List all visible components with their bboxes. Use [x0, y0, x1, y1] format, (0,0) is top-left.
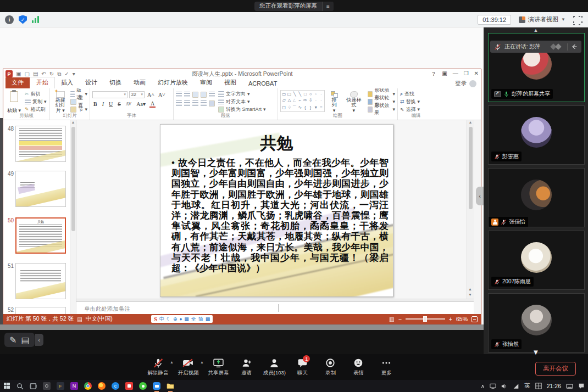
tray-network-icon[interactable]: [513, 383, 519, 389]
paste-button[interactable]: 粘贴 ▾: [5, 90, 23, 114]
char-spacing-button[interactable]: AV: [125, 102, 133, 107]
find-button[interactable]: ⌕查找: [400, 90, 432, 98]
tray-volume-icon[interactable]: [501, 383, 508, 389]
close-icon[interactable]: ✕: [474, 70, 479, 78]
font-size-select[interactable]: 32▾: [129, 91, 145, 98]
scroll-down-icon[interactable]: ▼: [484, 348, 588, 356]
ime-cn-icon[interactable]: 中: [159, 316, 164, 323]
participant-tile[interactable]: 张怡然: [488, 293, 585, 352]
participant-tile[interactable]: 张佳怡: [488, 168, 585, 227]
tab-review[interactable]: 审阅: [194, 77, 218, 88]
align-right-button[interactable]: [192, 100, 198, 107]
ime-mic-icon[interactable]: ♦: [180, 316, 182, 322]
sign-in[interactable]: 登录: [455, 80, 476, 87]
grow-font-button[interactable]: A˄: [146, 92, 156, 98]
increase-indent-button[interactable]: [201, 92, 207, 98]
font-name-select[interactable]: ▾: [92, 91, 127, 98]
language-status[interactable]: 中文(中国): [86, 315, 113, 323]
thumbnail-49[interactable]: 49: [5, 171, 70, 207]
more-button[interactable]: 更多: [373, 356, 401, 377]
ime-keyboard-icon[interactable]: ▦: [184, 316, 189, 322]
fullscreen-icon[interactable]: [573, 16, 580, 23]
banner-menu-icon[interactable]: ≡: [322, 2, 334, 11]
ime-toolbar[interactable]: S 中 ☾ ⊕ ♦ ▦ 全 简 ▩: [151, 315, 213, 323]
ime-emoji-icon[interactable]: ⊕: [173, 316, 177, 322]
view-mode-dropdown[interactable]: 演讲者视图 ▼: [519, 15, 565, 24]
back-arrow-icon[interactable]: [571, 43, 578, 50]
touch-keyboard-icon[interactable]: [566, 383, 573, 389]
tray-display-icon[interactable]: [490, 383, 496, 389]
smartart-button[interactable]: 转换为 SmartArt ▾: [218, 105, 266, 113]
help-icon[interactable]: ？: [431, 70, 436, 78]
arrange-button[interactable]: 排列▾: [328, 90, 340, 114]
search-icon[interactable]: [16, 383, 24, 390]
tab-slideshow[interactable]: 幻灯片放映: [152, 77, 194, 88]
tab-acrobat[interactable]: ACROBAT: [242, 79, 283, 88]
editor-scrollbar[interactable]: ▲: [467, 120, 474, 299]
format-painter-button[interactable]: ✎格式刷: [25, 105, 47, 113]
sidebar-collapse-tab[interactable]: ‹: [476, 187, 484, 205]
columns-button[interactable]: [209, 100, 215, 107]
notes-status-icon[interactable]: ▤: [77, 316, 82, 322]
share-screen-button[interactable]: 共享屏幕: [204, 356, 232, 377]
align-center-button[interactable]: [184, 100, 190, 107]
chat-button[interactable]: 1 聊天: [289, 356, 317, 377]
bullets-button[interactable]: [176, 92, 182, 98]
thumbnail-52[interactable]: 52: [5, 307, 70, 315]
shield-icon[interactable]: ✓: [19, 15, 27, 24]
taskbar-app-onenote-icon[interactable]: N: [70, 382, 78, 390]
tray-language[interactable]: 英: [524, 382, 530, 390]
tab-view[interactable]: 视图: [218, 77, 242, 88]
tab-animations[interactable]: 动画: [127, 77, 152, 88]
taskbar-app-lock-icon[interactable]: [43, 382, 51, 390]
start-video-button[interactable]: 开启视频: [174, 356, 202, 377]
thumbnail-scrollbar[interactable]: ▲: [70, 120, 76, 315]
zoom-slider-handle[interactable]: [423, 316, 427, 322]
underline-button[interactable]: U: [108, 101, 114, 107]
fit-to-window-icon[interactable]: [471, 316, 478, 322]
reading-view-icon[interactable]: ▥: [389, 316, 395, 322]
ime-moon-icon[interactable]: ☾: [167, 316, 171, 322]
taskbar-app-dark-icon[interactable]: F: [57, 382, 64, 390]
participant-tile[interactable]: 彭雯惠: [488, 105, 585, 165]
slide-nav-buttons[interactable]: ▲▼: [467, 287, 474, 298]
tab-design[interactable]: 设计: [79, 77, 103, 88]
thumbnail-51[interactable]: 51: [5, 263, 70, 299]
section-button[interactable]: 节 ▾: [70, 105, 87, 113]
ime-skin-icon[interactable]: ▩: [206, 316, 210, 322]
change-case-button[interactable]: Aa▾: [135, 101, 147, 107]
ribbon-options-icon[interactable]: ▣: [442, 70, 447, 78]
zoom-slider[interactable]: [406, 318, 445, 320]
leave-meeting-button[interactable]: 离开会议: [535, 362, 576, 376]
scroll-up-icon[interactable]: ▲: [484, 27, 588, 33]
tab-transitions[interactable]: 切换: [103, 77, 127, 88]
pen-icon[interactable]: ✎: [9, 335, 16, 345]
numbering-button[interactable]: [184, 92, 190, 98]
copy-button[interactable]: 复制 ▾: [25, 98, 47, 105]
tab-file[interactable]: 文件: [5, 77, 30, 88]
taskbar-app-chrome-icon[interactable]: [84, 382, 92, 390]
notes-pane[interactable]: 单击此处添加备注: [76, 301, 474, 315]
taskbar-app-firefox-icon[interactable]: [98, 382, 106, 390]
shrink-font-button[interactable]: A˅: [157, 92, 167, 98]
participant-tile[interactable]: 2007陈雨思: [488, 231, 585, 290]
replace-button[interactable]: ⇄替换 ▾: [400, 98, 432, 105]
tab-insert[interactable]: 插入: [55, 77, 79, 88]
whiteboard-icon[interactable]: ▤: [21, 335, 29, 345]
invite-button[interactable]: 邀请: [232, 356, 260, 377]
tools-collapse-icon[interactable]: ‹: [35, 334, 43, 346]
tray-ime-icon[interactable]: [535, 383, 542, 389]
shape-effects-button[interactable]: 形状效果 ▾: [368, 105, 395, 113]
members-button[interactable]: 成员(103): [260, 356, 289, 377]
italic-button[interactable]: I: [101, 101, 105, 107]
slide-canvas[interactable]: 共勉 •故今日之责任，不在他人，而全在我少年。少年智则国智，少年富则国富，少年强…: [160, 124, 393, 297]
record-button[interactable]: 录制: [317, 356, 345, 377]
tray-expand-icon[interactable]: ∧: [481, 383, 485, 389]
zoom-out-button[interactable]: −: [398, 316, 402, 322]
taskbar-app-green-icon[interactable]: [139, 382, 147, 390]
task-view-icon[interactable]: [30, 383, 37, 390]
line-spacing-button[interactable]: [209, 92, 215, 98]
windows-start-icon[interactable]: [4, 383, 10, 389]
strikethrough-button[interactable]: S: [117, 101, 122, 107]
info-icon[interactable]: i: [5, 15, 14, 24]
